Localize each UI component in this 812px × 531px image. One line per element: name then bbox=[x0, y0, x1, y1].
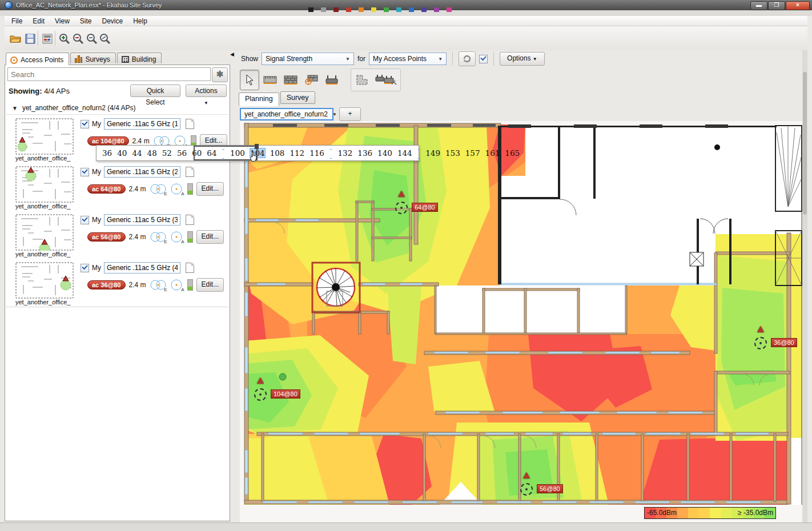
menu-site[interactable]: Site bbox=[75, 17, 97, 26]
channel-list[interactable]: 3640444852566064--100104108112116--13213… bbox=[102, 144, 520, 162]
ap-thumbnail[interactable] bbox=[15, 214, 74, 251]
channel-option[interactable]: 153 bbox=[445, 148, 460, 158]
options-button[interactable]: Options ▼ bbox=[500, 52, 545, 66]
copy-ap-icon[interactable] bbox=[186, 167, 194, 177]
ap-name-field[interactable] bbox=[104, 166, 180, 178]
channel-option[interactable]: 132 bbox=[338, 148, 353, 158]
minimize-button[interactable]: ▬ bbox=[750, 1, 767, 10]
clear-search-icon[interactable]: ✱ bbox=[212, 67, 228, 82]
channel-option[interactable]: 165 bbox=[505, 148, 520, 158]
zoom-in-icon[interactable] bbox=[57, 31, 72, 46]
tab-access-points[interactable]: Access Points bbox=[6, 53, 69, 65]
save-icon[interactable] bbox=[23, 31, 38, 46]
my-ap-checkbox[interactable] bbox=[81, 120, 89, 128]
edit-ap-button[interactable]: Edit... bbox=[196, 230, 224, 244]
auto-planner-tool[interactable] bbox=[372, 70, 399, 90]
zoom-100-icon[interactable] bbox=[98, 31, 112, 46]
add-ap-tool[interactable] bbox=[322, 70, 341, 90]
channel-option[interactable]: 136 bbox=[357, 148, 372, 158]
ruler-tool[interactable] bbox=[260, 70, 280, 90]
floor-plan-map[interactable]: 64@80 104@80 36@80 56@80 -65.0dBm bbox=[240, 121, 802, 522]
refresh-button[interactable] bbox=[459, 51, 476, 66]
ap-ring-icon[interactable] bbox=[254, 388, 267, 401]
ap-name-field[interactable] bbox=[104, 262, 180, 273]
add-floor-button[interactable]: + bbox=[339, 107, 361, 121]
main-toolbar: -41dBm 43.3dB 65Mbps 17APs Use GPS bbox=[5, 26, 807, 51]
channel-option[interactable]: 52 bbox=[162, 148, 172, 158]
menu-edit[interactable]: Edit bbox=[28, 17, 49, 26]
ap-thumbnail[interactable] bbox=[15, 262, 74, 299]
ap-ring-icon[interactable] bbox=[395, 202, 408, 214]
my-ap-checkbox[interactable] bbox=[81, 168, 89, 176]
ap-row-4[interactable]: yet_another_office_ My ac 36@80 2.4 m E bbox=[6, 259, 229, 307]
my-ap-checkbox[interactable] bbox=[81, 216, 89, 224]
channel-option[interactable]: 112 bbox=[290, 148, 304, 158]
channel-option[interactable]: 144 bbox=[397, 148, 412, 158]
menu-help[interactable]: Help bbox=[128, 17, 152, 26]
copy-ap-icon[interactable] bbox=[186, 119, 194, 129]
ap-filter-select[interactable]: My Access Points▼ bbox=[369, 53, 447, 65]
ap-ring-icon[interactable] bbox=[520, 483, 533, 496]
floor-select[interactable]: yet_another_office_nofurn2▼ bbox=[240, 108, 333, 120]
tab-surveys[interactable]: Surveys bbox=[70, 53, 115, 63]
edit-ap-button[interactable]: Edit... bbox=[196, 278, 224, 292]
channel-option[interactable]: 40 bbox=[117, 148, 127, 158]
channel-option[interactable]: 161 bbox=[485, 148, 500, 158]
ap-name-field[interactable] bbox=[104, 118, 180, 130]
menu-file[interactable]: File bbox=[7, 17, 27, 26]
ap-ring-icon[interactable] bbox=[754, 337, 767, 349]
open-icon[interactable] bbox=[8, 31, 23, 46]
collapse-panel-icon[interactable]: ◀ bbox=[230, 51, 234, 57]
ap-thumbnail[interactable] bbox=[15, 166, 74, 203]
wall-tool[interactable] bbox=[281, 70, 300, 90]
floor-tree-header[interactable]: ▼ yet_another_office_nofurn2 (4/4 APs) bbox=[6, 102, 229, 115]
panel-splitter[interactable]: ◀ bbox=[230, 50, 235, 522]
window-title: Office_AC_Network_Plan.esx* - Ekahau Sit… bbox=[16, 2, 162, 9]
close-button[interactable]: × bbox=[786, 1, 810, 10]
copy-ap-icon[interactable] bbox=[186, 215, 194, 225]
menu-device[interactable]: Device bbox=[98, 17, 128, 26]
area-select-tool[interactable] bbox=[353, 70, 372, 90]
channel-option[interactable]: 116 bbox=[309, 148, 324, 158]
wall-point-tool[interactable] bbox=[302, 70, 321, 90]
my-ap-checkbox[interactable] bbox=[81, 264, 89, 272]
zoom-out-icon[interactable] bbox=[71, 31, 86, 46]
bg-swatches bbox=[308, 7, 452, 12]
scrollbar-thumb[interactable] bbox=[803, 72, 807, 215]
ap-thumbnail[interactable] bbox=[15, 118, 74, 155]
channel-option[interactable]: 36 bbox=[102, 148, 112, 158]
search-input[interactable] bbox=[7, 67, 211, 81]
legend-min-label: -65.0dBm bbox=[647, 509, 677, 517]
legend-step bbox=[710, 508, 721, 518]
channel-option[interactable]: 56 bbox=[177, 148, 187, 158]
select-tool[interactable] bbox=[240, 70, 259, 90]
channel-option[interactable]: 140 bbox=[377, 148, 392, 158]
ap-channel-label: 36@80 bbox=[771, 338, 797, 347]
channel-option[interactable]: 108 bbox=[270, 148, 285, 158]
building-icon bbox=[122, 56, 129, 63]
map-vertical-scrollbar[interactable] bbox=[802, 50, 807, 522]
ap-name-field[interactable] bbox=[104, 214, 180, 226]
copy-ap-icon[interactable] bbox=[186, 263, 194, 273]
channel-option[interactable]: 157 bbox=[465, 148, 480, 158]
maximize-button[interactable]: ❐ bbox=[768, 1, 785, 10]
edit-ap-button[interactable]: Edit... bbox=[196, 182, 224, 196]
channel-option[interactable]: 149 bbox=[425, 148, 440, 158]
actions-button[interactable]: Actions ▼ bbox=[186, 85, 227, 97]
channel-option[interactable]: 44 bbox=[132, 148, 142, 158]
quick-select-button[interactable]: Quick Select bbox=[130, 85, 180, 97]
channel-drag-selection[interactable] bbox=[194, 146, 258, 160]
ap-row-2[interactable]: yet_another_office_ My ac 64@80 2.4 m E bbox=[6, 163, 229, 211]
report-icon[interactable] bbox=[40, 31, 55, 46]
elevation-antenna-icon: E bbox=[150, 231, 167, 243]
visualization-select[interactable]: Signal Strength▼ bbox=[262, 53, 354, 65]
menu-view[interactable]: View bbox=[50, 17, 74, 26]
channel-popup[interactable]: 3640444852566064--100104108112116--13213… bbox=[96, 145, 419, 161]
tab-survey[interactable]: Survey bbox=[280, 91, 315, 104]
auto-refresh-checkbox[interactable] bbox=[479, 55, 488, 63]
channel-option[interactable]: 48 bbox=[147, 148, 157, 158]
tree-expander-icon[interactable]: ▼ bbox=[12, 105, 18, 111]
tab-building[interactable]: Building bbox=[117, 53, 162, 63]
ap-row-3[interactable]: yet_another_office_ My ac 56@80 2.4 m E bbox=[6, 211, 229, 259]
tab-planning[interactable]: Planning bbox=[239, 92, 279, 106]
